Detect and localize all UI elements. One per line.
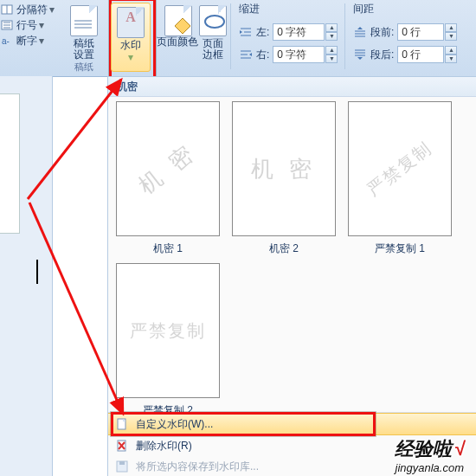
indent-left-row: 左: 0 字符 ▲▼ [239,23,338,42]
spacing-before-icon [353,26,367,38]
spacing-before-row: 段前: 0 行 ▲▼ [353,23,457,42]
indent-left-value: 0 字符 [277,25,306,40]
indent-right-spinner[interactable]: ▲▼ [325,46,338,63]
hyphenation-icon: a- [0,34,14,48]
page-border-icon [199,5,227,36]
line-number-icon [0,18,14,32]
spin-up-icon[interactable]: ▲ [325,23,338,32]
spin-down-icon[interactable]: ▼ [445,55,457,63]
chevron-down-icon: ▾ [39,35,44,47]
spin-up-icon[interactable]: ▲ [445,46,457,55]
indent-left-spinner[interactable]: ▲▼ [325,23,338,41]
spacing-after-icon [353,48,367,61]
spin-down-icon[interactable]: ▼ [445,32,457,41]
remove-icon [115,439,129,453]
mini-label: 断字 [16,34,37,48]
site-logo: 经验啦√ [395,436,466,462]
svg-marker-22 [357,57,363,60]
page-color-label: 页面颜色 [157,36,198,48]
mini-label: 行号 [16,18,37,33]
indent-right-input[interactable]: 0 字符 [273,46,325,63]
menu-label: 删除水印(R) [136,439,192,453]
watermark-text: 机 密 [132,137,203,202]
document-page[interactable] [0,93,20,234]
spacing-after-spinner[interactable]: ▲▼ [445,46,457,63]
chevron-down-icon: ▾ [49,3,55,16]
watermark-gallery: 机 密 机密 1 机 密 机密 2 严禁复制 严禁复制 1 严禁复制 严禁复制 … [113,101,472,418]
spacing-group: 段前: 0 行 ▲▼ 段后: 0 行 ▲▼ [353,19,457,68]
watermark-text: 机 密 [251,154,318,184]
spin-up-icon[interactable]: ▲ [325,46,338,55]
gallery-thumb: 严禁复制 [116,263,220,398]
gallery-thumb: 机 密 [232,101,336,236]
page-border-label: 页面 边框 [203,38,223,61]
watermark-label: 水印 [120,40,141,51]
hyphenation-button[interactable]: a- 断字 ▾ [0,33,58,48]
page-border-button[interactable]: 页面 边框 [196,2,230,62]
stationery-icon [70,5,98,36]
svg-marker-18 [357,27,363,29]
save-icon [115,460,129,473]
dropdown-header: 机密 [108,77,476,97]
spacing-before-label: 段前: [370,25,394,40]
watermark-icon: A [117,7,145,38]
mini-label: 分隔符 [16,3,48,17]
indent-left-label: 左: [256,25,269,40]
separator [230,3,231,69]
gallery-caption: 严禁复制 1 [375,241,425,256]
svg-text:a-: a- [2,36,10,46]
gallery-caption: 机密 1 [153,241,183,256]
separator [344,3,345,69]
spacing-before-value: 0 行 [402,25,421,40]
annotation-highlight-custom [111,412,376,436]
gallery-caption: 机密 2 [269,241,299,256]
spin-up-icon[interactable]: ▲ [445,23,457,32]
indent-left-input[interactable]: 0 字符 [273,23,325,41]
separator-icon [0,3,14,16]
line-number-button[interactable]: 行号 ▾ [0,17,58,33]
indent-right-value: 0 字符 [277,48,306,62]
separator-button[interactable]: 分隔符 ▾ [0,2,58,17]
spacing-after-label: 段后: [370,48,394,62]
gallery-item-nocopy-2[interactable]: 严禁复制 严禁复制 2 [113,263,222,418]
gallery-item-nocopy-1[interactable]: 严禁复制 严禁复制 1 [345,101,454,256]
stationery-label: 稿纸 设置 [74,38,94,61]
check-icon: √ [455,438,466,460]
indent-left-icon [239,26,253,38]
svg-rect-28 [119,461,125,465]
menu-label: 将所选内容保存到水印库... [136,460,259,474]
watermark-text: 严禁复制 [130,319,206,343]
gallery-item-confidential-2[interactable]: 机 密 机密 2 [229,101,338,256]
chevron-down-icon: ▾ [39,19,44,31]
watermark-text: 严禁复制 [363,136,437,201]
group-title-spacing: 间距 [353,2,374,16]
spacing-after-value: 0 行 [402,48,421,62]
spacing-after-row: 段后: 0 行 ▲▼ [353,45,457,64]
svg-marker-10 [240,30,242,34]
indent-right-label: 右: [256,48,269,62]
ribbon-left-group: 分隔符 ▾ 行号 ▾ a- 断字 ▾ [0,0,58,76]
gallery-thumb: 机 密 [116,101,220,236]
spacing-after-input[interactable]: 0 行 [397,46,444,63]
gallery-item-confidential-1[interactable]: 机 密 机密 1 [113,101,222,256]
spacing-before-input[interactable]: 0 行 [397,23,444,41]
indent-group: 左: 0 字符 ▲▼ 右: 0 字符 ▲▼ [239,19,338,68]
spin-down-icon[interactable]: ▼ [325,32,338,41]
chevron-down-icon: ▾ [128,51,133,63]
page-color-button[interactable]: 页面颜色 [154,2,201,62]
svg-marker-14 [249,53,252,56]
indent-right-icon [239,48,253,61]
spin-down-icon[interactable]: ▼ [325,55,338,63]
stationery-button[interactable]: 稿纸 设置 [61,2,107,62]
text-caret [36,260,38,284]
site-url: jingyanla.com [396,461,465,474]
spacing-before-spinner[interactable]: ▲▼ [445,23,457,41]
indent-right-row: 右: 0 字符 ▲▼ [239,45,338,64]
gallery-thumb: 严禁复制 [348,101,452,236]
watermark-button[interactable]: A 水印 ▾ [111,3,151,72]
group-title-indent: 缩进 [239,2,260,16]
group-label-stationery: 稿纸 [61,61,107,474]
page-color-icon [164,5,190,35]
